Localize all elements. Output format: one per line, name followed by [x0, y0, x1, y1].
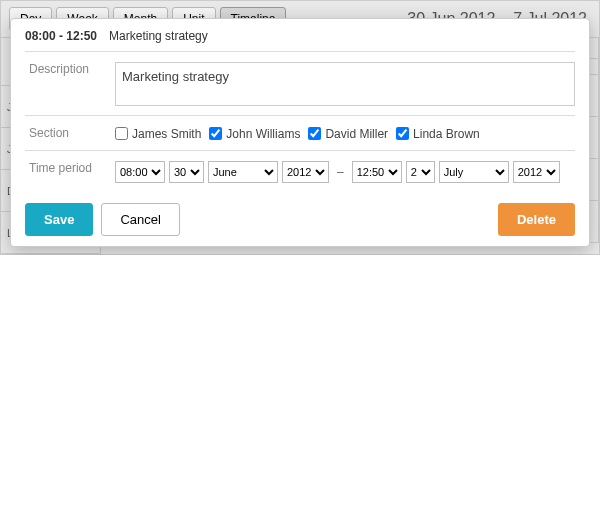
label-description: Description	[25, 52, 115, 116]
start-month-select[interactable]: June	[208, 161, 278, 183]
section-checkbox-input[interactable]	[396, 127, 409, 140]
delete-button[interactable]: Delete	[498, 203, 575, 236]
label-section: Section	[25, 116, 115, 151]
section-checkbox-label: John Williams	[226, 127, 300, 141]
section-checkbox-label: James Smith	[132, 127, 201, 141]
cancel-button[interactable]: Cancel	[101, 203, 179, 236]
end-year-select[interactable]: 2012	[513, 161, 560, 183]
section-checkbox-input[interactable]	[209, 127, 222, 140]
start-day-select[interactable]: 30	[169, 161, 204, 183]
section-checkbox-input[interactable]	[308, 127, 321, 140]
section-checkbox[interactable]: David Miller	[308, 127, 388, 141]
time-period-row: 08:00 30 June 2012 – 12:50 2 July 2012	[115, 161, 575, 183]
end-month-select[interactable]: July	[439, 161, 509, 183]
editor-time-range: 08:00 - 12:50	[25, 29, 97, 43]
section-checkbox[interactable]: John Williams	[209, 127, 300, 141]
section-checkbox-label: Linda Brown	[413, 127, 480, 141]
section-checkbox[interactable]: Linda Brown	[396, 127, 480, 141]
time-range-separator: –	[337, 165, 344, 179]
section-checkbox-input[interactable]	[115, 127, 128, 140]
end-time-select[interactable]: 12:50	[352, 161, 402, 183]
end-day-select[interactable]: 2	[406, 161, 435, 183]
editor-event-title: Marketing strategy	[109, 29, 208, 43]
section-checkbox-label: David Miller	[325, 127, 388, 141]
section-checkbox[interactable]: James Smith	[115, 127, 201, 141]
start-time-select[interactable]: 08:00	[115, 161, 165, 183]
start-year-select[interactable]: 2012	[282, 161, 329, 183]
save-button[interactable]: Save	[25, 203, 93, 236]
description-input[interactable]: Marketing strategy	[115, 62, 575, 106]
label-time-period: Time period	[25, 151, 115, 190]
section-checkbox-group: James SmithJohn WilliamsDavid MillerLind…	[115, 116, 575, 151]
event-editor: 08:00 - 12:50 Marketing strategy Descrip…	[10, 18, 590, 247]
